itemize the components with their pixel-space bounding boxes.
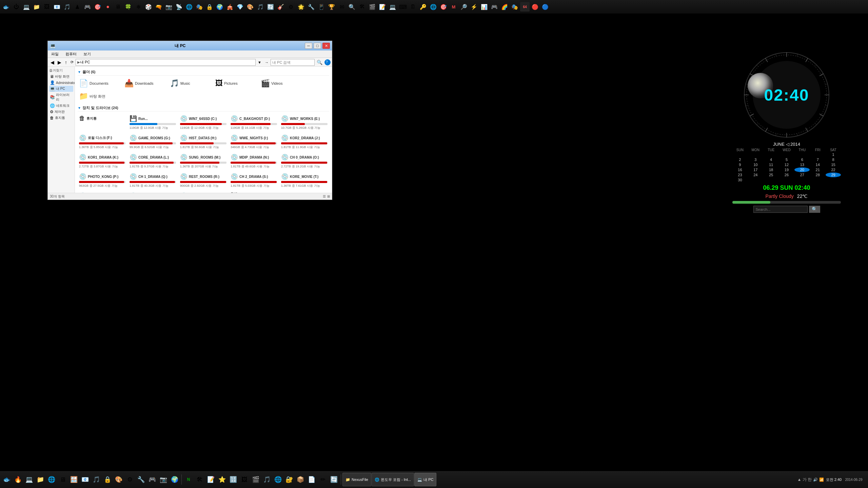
- top-icon-red[interactable]: ●: [103, 2, 113, 12]
- top-icon-globe[interactable]: 🌐: [184, 2, 194, 12]
- tb-icon-tools[interactable]: 🛠: [194, 474, 205, 485]
- start-icon-comp[interactable]: 💻: [24, 474, 35, 485]
- drive-run[interactable]: 💾Run... 119GB 중 12.0GB 사용 가능: [128, 114, 177, 131]
- top-icon-mask[interactable]: 🎭: [195, 2, 204, 12]
- sidebar-item-control[interactable]: ⚙ 제어판: [49, 109, 73, 115]
- top-icon-clover[interactable]: 🍀: [123, 2, 133, 12]
- drive-t[interactable]: 💿KORE_MOVIE (T:) 1.36TB 중 7.61GB 사용 가능: [280, 171, 329, 189]
- sidebar-item-admin[interactable]: 👤 Administrator: [49, 80, 73, 86]
- top-icon-note[interactable]: 🎵: [256, 2, 265, 12]
- top-icon-phone[interactable]: 📱: [317, 2, 326, 12]
- top-icon-mag[interactable]: 🔎: [459, 2, 469, 12]
- top-icon-aim[interactable]: 🎯: [439, 2, 448, 12]
- start-icon-13[interactable]: 🔧: [136, 474, 146, 485]
- start-icon-16[interactable]: 🌍: [169, 474, 180, 485]
- tb-icon-star[interactable]: ⭐: [217, 474, 228, 485]
- top-icon-mail[interactable]: 📧: [52, 2, 62, 12]
- top-icon-gem[interactable]: 💎: [235, 2, 245, 12]
- drive-o[interactable]: 💿CH 0_DRAMA (O:) 2.72TB 중 19.2GB 사용 가능: [280, 152, 329, 170]
- top-icon-keyboard[interactable]: ⌨: [398, 2, 408, 12]
- address-refresh-button[interactable]: ▼: [256, 59, 263, 66]
- top-icon-film[interactable]: 🎬: [368, 2, 377, 12]
- top-icon-gun[interactable]: 🔫: [154, 2, 163, 12]
- help-button[interactable]: ?: [324, 59, 331, 65]
- top-icon-blue2[interactable]: 🔵: [540, 2, 550, 12]
- clock-search-input[interactable]: [753, 206, 808, 213]
- start-icon-fish[interactable]: 🐟: [1, 474, 12, 485]
- close-button[interactable]: ✕: [322, 43, 330, 49]
- clock-search-button[interactable]: 🔍: [809, 206, 820, 213]
- menu-view[interactable]: 보기: [82, 51, 92, 57]
- drive-d[interactable]: 💿C_BAKGHOST (D:) 119GB 중 16.1GB 사용 가능: [229, 114, 278, 131]
- top-icon-red2[interactable]: 🔴: [530, 2, 540, 12]
- tb-icon-sync[interactable]: 🔄: [329, 474, 339, 485]
- view-details-icon[interactable]: ☰: [323, 195, 326, 198]
- explorer-search-input[interactable]: [271, 59, 315, 66]
- top-icon-camera[interactable]: 📷: [164, 2, 174, 12]
- taskbar-mypc[interactable]: 💻 내 PC: [414, 473, 436, 486]
- top-icon-gamepad[interactable]: 🎮: [490, 2, 499, 12]
- drives-arrow[interactable]: ▼: [78, 106, 81, 110]
- top-icon-chess[interactable]: ♟: [73, 2, 82, 12]
- menu-file[interactable]: 파일: [50, 51, 60, 57]
- top-icon-search[interactable]: 🔍: [347, 2, 357, 12]
- folder-pictures[interactable]: 🖼 Pictures: [214, 78, 258, 89]
- tb-icon-doc[interactable]: 📝: [205, 474, 216, 485]
- top-icon-laptop[interactable]: 💻: [388, 2, 397, 12]
- drive-p[interactable]: 💿PHOTO_KONG (P:) 963GB 중 27.5GB 사용 가능: [78, 171, 127, 189]
- tb-icon-pdf[interactable]: 📄: [306, 474, 317, 485]
- top-icon-internet[interactable]: 🌐: [429, 2, 438, 12]
- start-icon-8[interactable]: 📧: [80, 474, 91, 485]
- taskbar-nexusfile[interactable]: 📁 NexusFile: [342, 473, 371, 486]
- top-icon-screen[interactable]: 🖥: [113, 2, 123, 12]
- drive-j[interactable]: 💿KOR2_DRAMA (J:) 1.81TB 중 11.9GB 사용 가능: [280, 133, 329, 151]
- top-icon-m[interactable]: M: [449, 2, 458, 12]
- top-icon-trophy[interactable]: 🏆: [327, 2, 336, 12]
- up-button[interactable]: ↑: [63, 59, 68, 66]
- tb-icon-edit[interactable]: ✏: [317, 474, 328, 485]
- start-icon-11[interactable]: 🎨: [113, 474, 124, 485]
- drive-k[interactable]: 💿KOR1_DRAMA (K:) 2.72TB 중 3.87GB 사용 가능: [78, 152, 127, 170]
- minimize-button[interactable]: ─: [305, 43, 312, 49]
- drive-i[interactable]: 💿WWE_NIGHTS (I:) 346GB 중 4.73GB 사용 가능: [229, 133, 278, 151]
- sidebar-item-mypc[interactable]: 💻 내 PC: [49, 86, 73, 92]
- top-icon-wrench[interactable]: 🔧: [307, 2, 316, 12]
- top-icon-signal[interactable]: 📡: [174, 2, 184, 12]
- drive-n[interactable]: 💿MDIP_DRAMA (N:) 1.81TB 중 49.6GB 사용 가능: [229, 152, 278, 170]
- top-icon-rainbow[interactable]: 🌈: [500, 2, 509, 12]
- tb-icon-zip[interactable]: 📦: [295, 474, 306, 485]
- top-icon-folder[interactable]: 📁: [32, 2, 41, 12]
- tb-icon-mus[interactable]: 🎵: [261, 474, 272, 485]
- top-icon-circus[interactable]: 🎪: [225, 2, 235, 12]
- start-icon-12[interactable]: ⚙: [124, 474, 135, 485]
- top-icon-target[interactable]: 🎯: [93, 2, 102, 12]
- folder-desktop[interactable]: 📁 바탕 화면: [78, 90, 122, 102]
- drive-l[interactable]: 💿CORE_DRAMA (L:) 1.81TB 중 9.37GB 사용 가능: [128, 152, 177, 170]
- address-bar[interactable]: ▶ 내 PC: [76, 59, 256, 66]
- tb-icon-vid[interactable]: 🎬: [250, 474, 261, 485]
- start-icon-screen[interactable]: 🖥: [57, 474, 68, 485]
- top-icon-guitar[interactable]: 🎸: [276, 2, 285, 12]
- drive-r[interactable]: 💿REST_ROOMS (R:) 900GB 중 2.92GB 사용 가능: [179, 171, 228, 189]
- folder-documents[interactable]: 📄 Documents: [78, 78, 122, 89]
- forward-button[interactable]: ▶: [56, 59, 63, 66]
- tb-icon-n[interactable]: N: [183, 474, 194, 485]
- top-icon-calendar[interactable]: 🗓: [408, 2, 418, 12]
- top-icon-snowflake[interactable]: ❄: [134, 2, 143, 12]
- tb-icon-calc[interactable]: 🔢: [228, 474, 239, 485]
- folder-videos[interactable]: 🎬 Videos: [259, 78, 303, 89]
- start-icon-7[interactable]: 🪟: [68, 474, 79, 485]
- start-icon-10[interactable]: 🔒: [102, 474, 113, 485]
- top-icon-star[interactable]: 🌟: [296, 2, 306, 12]
- top-icon-64[interactable]: 64: [520, 2, 530, 12]
- top-icon-lock[interactable]: 🔒: [205, 2, 214, 12]
- folder-downloads[interactable]: 📥 Downloads: [123, 78, 167, 89]
- top-icon-earth[interactable]: 🌍: [215, 2, 224, 12]
- top-icon-refresh[interactable]: 🔄: [266, 2, 275, 12]
- tray-volume-icon[interactable]: 🔊: [813, 477, 818, 482]
- drive-m[interactable]: 💿SUNG_ROOMS (M:) 1.36TB 중 207GB 사용 가능: [179, 152, 228, 170]
- drive-h[interactable]: 💿HIST_DATAS (H:) 1.81TB 중 50.6GB 사용 가능: [179, 133, 228, 151]
- top-icon-image[interactable]: 🖼: [42, 2, 52, 12]
- sidebar-item-library[interactable]: 📚 라이브러리: [49, 92, 73, 103]
- folder-music[interactable]: 🎵 Music: [169, 78, 213, 89]
